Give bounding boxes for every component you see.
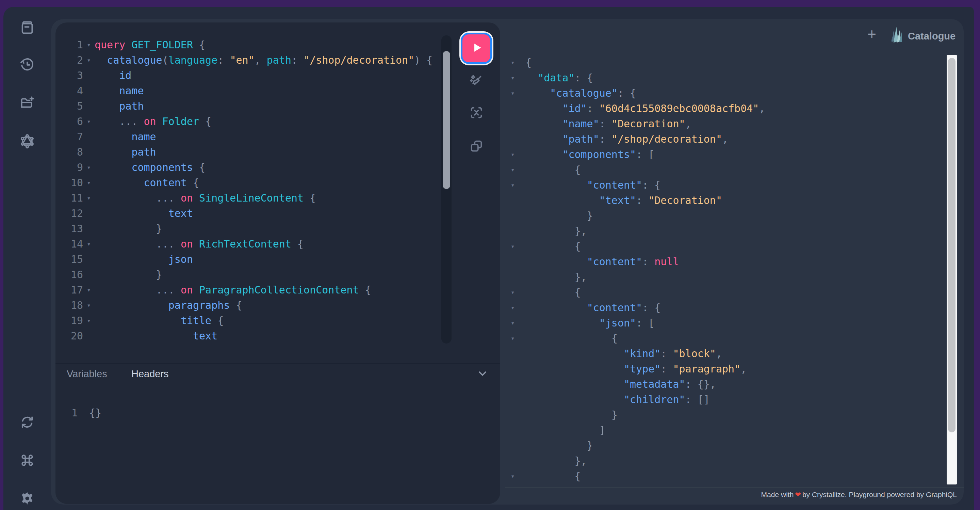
fold-toggle-icon[interactable]: ▾	[509, 300, 525, 315]
code-line[interactable]: 7 name	[60, 129, 433, 144]
code-line[interactable]: 8 path	[60, 144, 433, 160]
fold-toggle-icon[interactable]: ▾	[83, 313, 95, 328]
code-line[interactable]: 5 path	[60, 99, 433, 114]
query-editor[interactable]: 1▾query GET_FOLDER {2▾ catalogue(languag…	[60, 37, 433, 344]
code-line[interactable]: 12 text	[60, 206, 433, 221]
result-line[interactable]: },	[509, 223, 765, 239]
line-number: 16	[60, 267, 83, 282]
query-editor-scrollbar-thumb[interactable]	[443, 51, 450, 189]
code-line[interactable]: 18▾ paragraphs {	[60, 298, 433, 313]
secondary-editor[interactable]: 1{}	[54, 405, 102, 421]
fold-gutter	[509, 208, 525, 223]
result-line[interactable]: ▾ "json": [	[509, 315, 765, 331]
tab-headers[interactable]: Headers	[131, 368, 169, 379]
result-line[interactable]: "metadata": {},	[509, 376, 765, 392]
result-line[interactable]: ▾ "content": {	[509, 177, 765, 193]
keyboard-shortcuts-icon[interactable]	[19, 453, 35, 468]
fold-toggle-icon[interactable]: ▾	[509, 162, 525, 177]
fold-toggle-icon[interactable]: ▾	[509, 469, 525, 484]
result-line[interactable]: "path": "/shop/decoration",	[509, 131, 765, 147]
fold-toggle-icon[interactable]: ▾	[83, 298, 95, 313]
result-line[interactable]: }	[509, 208, 765, 223]
chevron-down-icon[interactable]	[476, 367, 489, 382]
docs-icon[interactable]	[19, 20, 35, 35]
code-line[interactable]: 20 text	[60, 328, 433, 344]
fold-toggle-icon[interactable]: ▾	[83, 160, 95, 175]
result-line[interactable]: ▾ "data": {	[509, 70, 765, 86]
result-line[interactable]: "text": "Decoration"	[509, 193, 765, 208]
code-line[interactable]: 6▾ ... on Folder {	[60, 114, 433, 129]
result-line[interactable]: "content": null	[509, 254, 765, 269]
history-icon[interactable]	[19, 57, 35, 73]
code-line[interactable]: 14▾ ... on RichTextContent {	[60, 236, 433, 252]
result-line[interactable]: ▾ {	[509, 285, 765, 300]
code-text: catalogue(language: "en", path: "/shop/d…	[95, 53, 433, 68]
result-viewer[interactable]: ▾{▾ "data": {▾ "catalogue": { "id": "60d…	[509, 55, 765, 484]
code-line[interactable]: 10▾ content {	[60, 175, 433, 190]
code-text: json	[95, 252, 193, 267]
code-line[interactable]: 16 }	[60, 267, 433, 282]
copy-query-icon[interactable]	[469, 138, 484, 154]
result-line[interactable]: ▾ {	[509, 239, 765, 254]
fold-gutter	[83, 144, 95, 160]
code-line[interactable]: 11▾ ... on SingleLineContent {	[60, 190, 433, 206]
result-line[interactable]: "type": "paragraph",	[509, 361, 765, 376]
tab-variables[interactable]: Variables	[67, 368, 107, 379]
fold-toggle-icon[interactable]: ▾	[509, 315, 525, 331]
result-line[interactable]: }	[509, 407, 765, 422]
fold-toggle-icon[interactable]: ▾	[509, 55, 525, 70]
result-line[interactable]: ▾ "catalogue": {	[509, 86, 765, 101]
execute-query-button[interactable]	[461, 33, 492, 64]
fold-toggle-icon[interactable]: ▾	[83, 282, 95, 298]
fold-gutter	[509, 346, 525, 361]
fold-toggle-icon[interactable]: ▾	[509, 239, 525, 254]
code-line[interactable]: 9▾ components {	[60, 160, 433, 175]
add-tab-button[interactable]: +	[864, 27, 879, 41]
fold-toggle-icon[interactable]: ▾	[509, 147, 525, 162]
code-line[interactable]: 19▾ title {	[60, 313, 433, 328]
code-line[interactable]: 17▾ ... on ParagraphCollectionContent {	[60, 282, 433, 298]
fold-toggle-icon[interactable]: ▾	[509, 86, 525, 101]
new-folder-icon[interactable]	[19, 95, 35, 111]
merge-fragments-icon[interactable]	[469, 105, 484, 121]
result-line[interactable]: ▾{	[509, 55, 765, 70]
result-line[interactable]: "name": "Decoration",	[509, 116, 765, 131]
result-scrollbar-thumb[interactable]	[948, 58, 956, 432]
code-line[interactable]: 1▾query GET_FOLDER {	[60, 37, 433, 53]
line-number: 7	[60, 129, 83, 144]
prettify-icon[interactable]	[469, 73, 484, 89]
result-line[interactable]: ]	[509, 422, 765, 438]
code-line[interactable]: 3 id	[60, 68, 433, 83]
result-line[interactable]: "kind": "block",	[509, 346, 765, 361]
result-line[interactable]: "id": "60d4c155089ebc0008acfb04",	[509, 101, 765, 116]
fold-toggle-icon[interactable]: ▾	[509, 331, 525, 346]
settings-icon[interactable]	[19, 491, 35, 506]
result-line[interactable]: ▾ {	[509, 162, 765, 177]
result-line[interactable]: },	[509, 453, 765, 469]
code-line[interactable]: 15 json	[60, 252, 433, 267]
fold-toggle-icon[interactable]: ▾	[83, 190, 95, 206]
fold-toggle-icon[interactable]: ▾	[509, 177, 525, 193]
code-line[interactable]: 13 }	[60, 221, 433, 236]
result-line[interactable]: "children": []	[509, 392, 765, 407]
result-line[interactable]: }	[509, 438, 765, 453]
code-line[interactable]: 4 name	[60, 83, 433, 99]
fold-toggle-icon[interactable]: ▾	[509, 285, 525, 300]
fold-toggle-icon[interactable]: ▾	[509, 70, 525, 86]
refetch-schema-icon[interactable]	[19, 414, 35, 430]
result-line[interactable]: ▾ {	[509, 331, 765, 346]
code-line[interactable]: 2▾ catalogue(language: "en", path: "/sho…	[60, 53, 433, 68]
fold-toggle-icon[interactable]: ▾	[83, 175, 95, 190]
fold-gutter	[509, 407, 525, 422]
playground-window: 1▾query GET_FOLDER {2▾ catalogue(languag…	[0, 0, 980, 510]
fold-toggle-icon[interactable]: ▾	[83, 53, 95, 68]
graphql-schema-icon[interactable]	[19, 133, 35, 149]
result-line[interactable]: },	[509, 269, 765, 285]
code-line[interactable]: 1{}	[54, 405, 102, 421]
fold-toggle-icon[interactable]: ▾	[83, 37, 95, 53]
result-line[interactable]: ▾ "components": [	[509, 147, 765, 162]
result-line[interactable]: ▾ {	[509, 469, 765, 484]
fold-toggle-icon[interactable]: ▾	[83, 114, 95, 129]
result-line[interactable]: ▾ "content": {	[509, 300, 765, 315]
fold-toggle-icon[interactable]: ▾	[83, 236, 95, 252]
